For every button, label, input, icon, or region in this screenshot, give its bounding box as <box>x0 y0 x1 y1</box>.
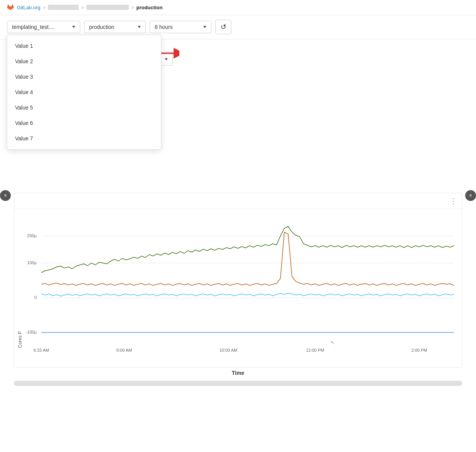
slider-thumb-left[interactable]: ⏸ <box>0 190 11 201</box>
breadcrumb-group <box>48 5 79 10</box>
refresh-icon: ↻ <box>221 23 226 31</box>
y-axis-label: Cores P <box>17 213 23 348</box>
breadcrumb-project <box>86 5 129 10</box>
chart-options-button[interactable]: ⋮ <box>449 196 458 206</box>
svg-text:-100μ: -100μ <box>26 330 37 334</box>
time-select[interactable]: 8 hours <box>150 21 211 33</box>
breadcrumb-org[interactable]: GitLab.org <box>17 5 41 10</box>
slider-thumb-right[interactable]: ⏸ <box>465 190 476 201</box>
svg-text:0: 0 <box>34 295 37 300</box>
breadcrumb-sep-2: > <box>81 5 84 10</box>
svg-text:8:00 AM: 8:00 AM <box>116 348 132 352</box>
env-chevron-icon <box>138 26 141 28</box>
env-select-value: production <box>89 24 114 30</box>
timeline-slider: ⏸ ⏸ <box>7 376 469 391</box>
svg-text:2:00 PM: 2:00 PM <box>412 348 427 352</box>
breadcrumb-env: production <box>136 5 162 10</box>
dropdown-item-3[interactable]: Value 3 <box>7 69 161 84</box>
time-chevron-icon <box>203 26 206 28</box>
pause-icon-left: ⏸ <box>3 193 7 197</box>
slider-track[interactable] <box>14 381 462 386</box>
dropdown-menu: Value 1 Value 2 Value 3 Value 4 Value 5 … <box>7 35 161 150</box>
breadcrumb: GitLab.org > > > production <box>0 0 476 15</box>
chart-header: ⋮ <box>14 193 462 209</box>
svg-text:10:00 AM: 10:00 AM <box>219 348 237 352</box>
gitlab-logo <box>7 4 14 11</box>
x-axis-label: Time <box>7 370 469 376</box>
chart-svg-wrapper: Cores P 200μ 100μ 0 -100μ <box>14 209 462 367</box>
dropdown-item-5[interactable]: Value 5 <box>7 100 161 115</box>
template-select[interactable]: templating_test.... <box>7 21 80 33</box>
chart-svg: 200μ 100μ 0 -100μ 6:33 AM 8:00 AM <box>14 213 462 367</box>
refresh-button[interactable]: ↻ <box>215 20 231 34</box>
dropdown-item-7[interactable]: Value 7 <box>7 131 161 146</box>
svg-text:100μ: 100μ <box>27 260 37 265</box>
svg-text:200μ: 200μ <box>27 233 37 238</box>
chart-container: ⋮ Cores P <box>14 193 462 368</box>
template-chevron-icon <box>72 26 75 28</box>
time-select-value: 8 hours <box>155 24 173 30</box>
dropdown-item-4[interactable]: Value 4 <box>7 84 161 100</box>
dropdown-item-6[interactable]: Value 6 <box>7 115 161 131</box>
env-select[interactable]: production <box>84 21 146 33</box>
dropdown-item-2[interactable]: Value 2 <box>7 54 161 69</box>
breadcrumb-sep-3: > <box>131 5 134 10</box>
template-select-value: templating_test.... <box>12 24 55 30</box>
breadcrumb-sep-1: > <box>43 5 46 10</box>
svg-text:12:00 PM: 12:00 PM <box>306 348 324 352</box>
svg-text:✎: ✎ <box>331 340 334 345</box>
dropdown-item-1[interactable]: Value 1 <box>7 38 161 54</box>
svg-text:6:33 AM: 6:33 AM <box>34 348 49 352</box>
pause-icon-right: ⏸ <box>469 193 473 197</box>
